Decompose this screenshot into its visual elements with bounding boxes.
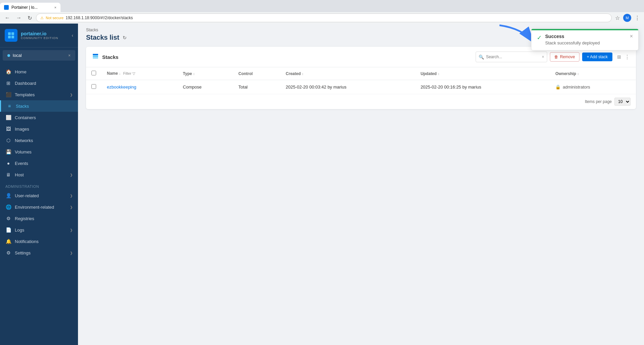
sidebar-item-label: Logs — [15, 228, 67, 233]
stacks-panel: Stacks 🔍 × 🗑 Remove + Add stack — [86, 47, 636, 109]
panel-actions: 🔍 × 🗑 Remove + Add stack ⊞ ⋮ — [476, 51, 630, 62]
th-name-label: Name — [107, 71, 118, 76]
sidebar-item-label: User-related — [15, 193, 67, 198]
sidebar-item-user-related[interactable]: 👤 User-related ❯ — [0, 190, 78, 201]
select-all-checkbox[interactable] — [91, 71, 96, 75]
page-title: Stacks list — [86, 34, 119, 41]
sidebar: portainer.io COMMUNITY EDITION ‹ local ×… — [0, 24, 78, 345]
networks-icon: ⬡ — [5, 138, 11, 143]
sidebar-item-label: Dashboard — [15, 81, 73, 86]
user-icon: 👤 — [5, 193, 11, 198]
sidebar-collapse-button[interactable]: ‹ — [72, 33, 73, 38]
sidebar-item-label: Networks — [15, 138, 73, 143]
sidebar-item-environment-related[interactable]: 🌐 Environment-related ❯ — [0, 201, 78, 213]
sidebar-item-settings[interactable]: ⚙ Settings ❯ — [0, 247, 78, 258]
svg-rect-5 — [93, 56, 98, 57]
sidebar-item-containers[interactable]: ⬜ Containers — [0, 112, 78, 123]
toast-container: ✓ Success Stack successfully deployed × — [531, 29, 639, 50]
chevron-down-icon: ❯ — [70, 251, 73, 255]
search-icon: 🔍 — [479, 55, 484, 60]
th-updated[interactable]: Updated ↕ — [415, 67, 550, 80]
search-clear-button[interactable]: × — [542, 55, 544, 59]
add-stack-button[interactable]: + Add stack — [582, 53, 612, 61]
filter-button[interactable]: Filter ▽ — [122, 71, 136, 76]
row-checkbox[interactable] — [91, 84, 96, 89]
sidebar-item-images[interactable]: 🖼 Images — [0, 123, 78, 135]
notifications-icon: 🔔 — [5, 239, 11, 244]
toast-message: Stack successfully deployed — [545, 40, 627, 45]
logs-icon: 📄 — [5, 227, 11, 233]
tab-title: Portainer | lo... — [11, 5, 38, 10]
sidebar-item-networks[interactable]: ⬡ Networks — [0, 135, 78, 146]
th-type[interactable]: Type ↕ — [177, 67, 233, 80]
sidebar-navigation: 🏠 Home ⊞ Dashboard ⬛ Templates ❯ ≡ Stack… — [0, 63, 78, 345]
address-bar[interactable]: ⚠ Not secure 192.168.1.18:9000/#!/2/dock… — [36, 13, 612, 22]
sidebar-item-registries[interactable]: ⚙ Registries — [0, 213, 78, 224]
toast-close-button[interactable]: × — [630, 34, 633, 39]
refresh-button[interactable]: ↻ — [123, 35, 127, 40]
toast-title: Success — [545, 34, 627, 39]
sidebar-item-label: Home — [15, 69, 73, 74]
stack-updated-cell: 2025-02-20 00:16:25 by marius — [415, 80, 550, 94]
th-ownership[interactable]: Ownership ↕ — [550, 67, 636, 80]
sidebar-logo: portainer.io COMMUNITY EDITION ‹ — [0, 24, 78, 47]
sidebar-item-logs[interactable]: 📄 Logs ❯ — [0, 224, 78, 236]
tab-close-button[interactable]: × — [54, 5, 56, 9]
environment-selector[interactable]: local × — [3, 50, 75, 61]
app-container: portainer.io COMMUNITY EDITION ‹ local ×… — [0, 24, 644, 345]
sidebar-item-label: Events — [15, 161, 73, 166]
sidebar-item-volumes[interactable]: 💾 Volumes — [0, 146, 78, 158]
table-container: Name ↓ Filter ▽ Type ↕ Control — [86, 67, 636, 94]
sort-icon: ↕ — [438, 72, 439, 76]
dashboard-icon: ⊞ — [5, 80, 11, 86]
th-created[interactable]: Created ↕ — [280, 67, 415, 80]
profile-button[interactable]: M — [623, 14, 631, 22]
stacks-panel-icon — [92, 53, 99, 61]
table-row: ezbookkeeping Compose Total 2025-02-20 0… — [86, 80, 636, 94]
chevron-down-icon: ❯ — [70, 205, 73, 209]
sidebar-item-stacks[interactable]: ≡ Stacks — [0, 100, 78, 112]
not-secure-label: Not secure — [46, 16, 64, 20]
volumes-icon: 💾 — [5, 149, 11, 154]
chevron-down-icon: ❯ — [70, 228, 73, 232]
stack-created-cell: 2025-02-20 00:03:42 by marius — [280, 80, 415, 94]
search-box[interactable]: 🔍 × — [476, 51, 547, 62]
grid-view-button[interactable]: ⊞ — [615, 53, 623, 61]
more-options-button[interactable]: ⋮ — [625, 54, 630, 60]
sort-icon: ↕ — [193, 72, 195, 76]
th-name[interactable]: Name ↓ Filter ▽ — [102, 67, 177, 80]
forward-button[interactable]: → — [14, 13, 24, 22]
stack-ownership-cell: 🔒 administrators — [555, 84, 631, 90]
sort-icon: ↓ — [119, 72, 121, 75]
browser-chrome: Portainer | lo... × ← → ↻ ⚠ Not secure 1… — [0, 0, 644, 24]
stack-name-link[interactable]: ezbookkeeping — [107, 84, 136, 90]
stacks-icon: ≡ — [6, 103, 12, 109]
th-ownership-label: Ownership — [555, 71, 576, 76]
sidebar-item-notifications[interactable]: 🔔 Notifications — [0, 236, 78, 247]
bookmark-button[interactable]: ☆ — [614, 13, 621, 23]
environment-status-dot — [7, 54, 10, 57]
menu-button[interactable]: ⋮ — [633, 13, 641, 23]
search-input[interactable] — [486, 55, 540, 59]
sidebar-item-dashboard[interactable]: ⊞ Dashboard — [0, 77, 78, 89]
svg-rect-1 — [11, 32, 14, 35]
environment-close-button[interactable]: × — [68, 53, 71, 58]
back-button[interactable]: ← — [3, 13, 12, 22]
sidebar-item-label: Host — [15, 172, 67, 177]
logo-text: portainer.io COMMUNITY EDITION — [21, 31, 58, 40]
reload-button[interactable]: ↻ — [26, 13, 34, 23]
sidebar-item-events[interactable]: ● Events — [0, 158, 78, 169]
th-updated-label: Updated — [420, 71, 437, 76]
remove-icon: 🗑 — [554, 55, 558, 59]
remove-label: Remove — [560, 55, 575, 59]
sidebar-item-host[interactable]: 🖥 Host ❯ — [0, 169, 78, 180]
sidebar-item-templates[interactable]: ⬛ Templates ❯ — [0, 89, 78, 100]
items-per-page-select[interactable]: 10 25 50 — [614, 98, 631, 106]
sidebar-item-label: Images — [15, 127, 73, 132]
url-text: 192.168.1.18:9000/#!/2/docker/stacks — [66, 15, 133, 20]
sidebar-item-home[interactable]: 🏠 Home — [0, 66, 78, 77]
browser-tab[interactable]: Portainer | lo... × — [0, 3, 61, 12]
chevron-down-icon: ❯ — [70, 173, 73, 177]
remove-button[interactable]: 🗑 Remove — [550, 52, 579, 62]
svg-rect-6 — [93, 57, 98, 59]
